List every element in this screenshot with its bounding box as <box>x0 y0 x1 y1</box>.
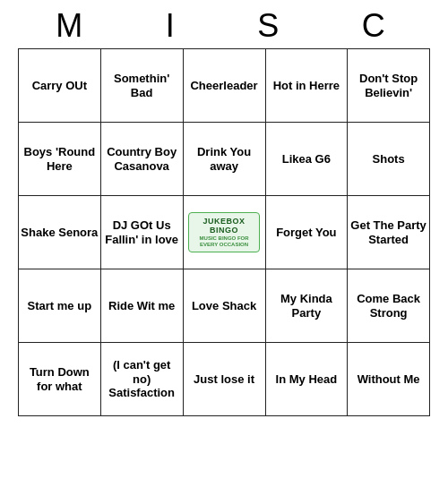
cell-r4-c3: In My Head <box>265 343 348 416</box>
cell-r4-c0: Turn Down for what <box>19 343 101 416</box>
cell-r3-c2: Love Shack <box>183 269 265 343</box>
title-letter-i: I <box>166 7 182 45</box>
cell-r2-c2: JUKEBOX BINGO MUSIC BINGO FOR EVERY OCCA… <box>183 196 265 269</box>
cell-r3-c1: Ride Wit me <box>100 269 183 343</box>
title-letter-m: M <box>56 7 90 45</box>
cell-r0-c1: Somethin' Bad <box>100 49 183 123</box>
cell-r2-c4: Get The Party Started <box>348 196 430 269</box>
cell-r0-c0: Carry OUt <box>19 49 101 123</box>
cell-r4-c2: Just lose it <box>183 343 265 416</box>
cell-r0-c2: Cheerleader <box>183 49 265 123</box>
cell-r1-c3: Likea G6 <box>265 123 348 196</box>
title-letter-c: C <box>362 7 392 45</box>
cell-r2-c1: DJ GOt Us Fallin' in love <box>100 196 183 269</box>
cell-r3-c3: My Kinda Party <box>265 269 348 343</box>
cell-r4-c4: Without Me <box>348 343 430 416</box>
logo-title: JUKEBOX BINGO <box>191 217 257 236</box>
logo-subtitle: MUSIC BINGO FOR EVERY OCCASION <box>191 235 257 248</box>
bingo-title: M I S C <box>18 0 430 48</box>
title-letter-s: S <box>257 7 286 45</box>
cell-r1-c0: Boys 'Round Here <box>19 123 101 196</box>
cell-r4-c1: (I can't get no) Satisfaction <box>100 343 183 416</box>
cell-r2-c3: Forget You <box>265 196 348 269</box>
free-space-logo: JUKEBOX BINGO MUSIC BINGO FOR EVERY OCCA… <box>188 212 260 253</box>
cell-r3-c4: Come Back Strong <box>348 269 430 343</box>
cell-r1-c1: Country Boy Casanova <box>100 123 183 196</box>
cell-r2-c0: Shake Senora <box>19 196 101 269</box>
cell-r1-c2: Drink You away <box>183 123 265 196</box>
cell-r0-c4: Don't Stop Believin' <box>348 49 430 123</box>
cell-r1-c4: Shots <box>348 123 430 196</box>
bingo-grid: Carry OUtSomethin' BadCheerleaderHot in … <box>18 48 430 416</box>
cell-r3-c0: Start me up <box>19 269 101 343</box>
cell-r0-c3: Hot in Herre <box>265 49 348 123</box>
